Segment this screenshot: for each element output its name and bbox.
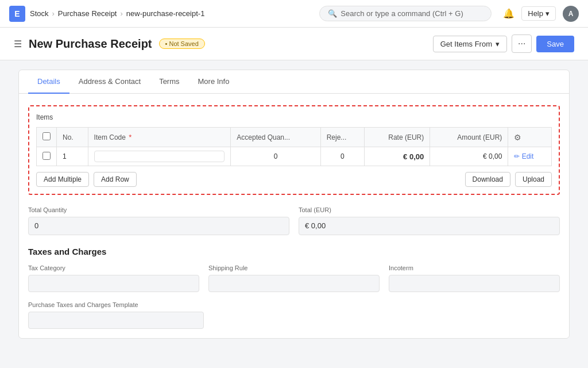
row-edit-cell: ✏ Edit <box>508 147 552 166</box>
col-no: No. <box>57 128 88 147</box>
get-items-label: Get Items From <box>440 40 492 48</box>
select-all-checkbox[interactable] <box>42 132 51 140</box>
tax-category-group: Tax Category <box>28 264 199 292</box>
app-logo: E <box>9 6 25 22</box>
items-table: No. Item Code * Accepted Quan... Reje...… <box>36 127 552 166</box>
row-number: 1 <box>57 147 88 166</box>
main-content: Details Address & Contact Terms More Inf… <box>0 60 588 368</box>
page-title: New Purchase Receipt <box>29 37 152 51</box>
tax-category-label: Tax Category <box>28 264 199 271</box>
form-body: Items No. Item Code * Accepted Quan... <box>19 94 569 329</box>
incoterm-group: Incoterm <box>389 264 560 292</box>
nav-right: 🔔 Help ▾ A <box>503 6 579 22</box>
add-multiple-button[interactable]: Add Multiple <box>36 172 89 187</box>
status-badge: • Not Saved <box>159 39 205 49</box>
col-accepted-qty: Accepted Quan... <box>231 128 320 147</box>
tax-category-input[interactable] <box>28 275 199 292</box>
chevron-down-icon: ▾ <box>546 9 550 18</box>
page-header: ☰ New Purchase Receipt • Not Saved Get I… <box>0 28 588 60</box>
help-button[interactable]: Help ▾ <box>521 6 556 21</box>
header-actions: Get Items From ▾ ··· Save <box>433 34 574 53</box>
total-quantity-label: Total Quantity <box>28 206 289 213</box>
breadcrumb-stock[interactable]: Stock <box>30 9 49 18</box>
tab-details[interactable]: Details <box>28 70 69 94</box>
row-rate: € 0,00 <box>365 147 430 166</box>
item-code-input[interactable] <box>94 151 225 162</box>
download-button[interactable]: Download <box>465 172 510 187</box>
row-item-code[interactable] <box>88 147 231 166</box>
total-quantity-group: Total Quantity 0 <box>28 206 289 235</box>
incoterm-label: Incoterm <box>389 264 560 271</box>
required-asterisk: * <box>129 133 131 141</box>
row-checkbox[interactable] <box>42 152 51 160</box>
tabs-bar: Details Address & Contact Terms More Inf… <box>19 70 569 94</box>
totals-row: Total Quantity 0 Total (EUR) € 0,00 <box>28 206 560 235</box>
more-options-button[interactable]: ··· <box>512 34 532 53</box>
upload-button[interactable]: Upload <box>515 172 552 187</box>
taxes-fields-row: Tax Category Shipping Rule Incoterm <box>28 264 560 292</box>
taxes-section: Taxes and Charges Tax Category Shipping … <box>28 247 560 329</box>
tab-terms[interactable]: Terms <box>150 70 188 94</box>
settings-icon[interactable]: ⚙ <box>514 133 521 142</box>
col-item-code: Item Code * <box>88 128 231 147</box>
bell-icon[interactable]: 🔔 <box>503 8 514 19</box>
row-rejected: 0 <box>320 147 365 166</box>
table-footer-actions: Download Upload <box>465 172 552 187</box>
breadcrumb-current: new-purchase-receipt-1 <box>126 9 205 18</box>
total-eur-group: Total (EUR) € 0,00 <box>299 206 560 235</box>
row-checkbox-cell <box>37 147 57 166</box>
purchase-taxes-input[interactable] <box>28 312 204 329</box>
search-placeholder: Search or type a command (Ctrl + G) <box>341 9 463 18</box>
row-accepted-qty: 0 <box>231 147 320 166</box>
incoterm-input[interactable] <box>389 275 560 292</box>
total-eur-value: € 0,00 <box>299 217 560 235</box>
top-nav: E Stock › Purchase Receipt › new-purchas… <box>0 0 588 28</box>
tab-more-info[interactable]: More Info <box>189 70 239 94</box>
shipping-rule-input[interactable] <box>208 275 380 292</box>
col-checkbox <box>37 128 57 147</box>
chevron-icon: ▾ <box>496 40 500 48</box>
tab-address-contact[interactable]: Address & Contact <box>69 70 150 94</box>
total-quantity-value: 0 <box>28 217 289 235</box>
search-icon: 🔍 <box>328 9 337 18</box>
items-label: Items <box>36 113 552 121</box>
purchase-taxes-group: Purchase Taxes and Charges Template <box>28 301 560 329</box>
search-bar[interactable]: 🔍 Search or type a command (Ctrl + G) <box>319 6 492 21</box>
purchase-taxes-label: Purchase Taxes and Charges Template <box>28 301 560 308</box>
row-amount: € 0,00 <box>430 147 508 166</box>
avatar[interactable]: A <box>563 6 579 22</box>
save-button[interactable]: Save <box>536 36 574 52</box>
breadcrumb-purchase-receipt[interactable]: Purchase Receipt <box>58 9 117 18</box>
col-rate: Rate (EUR) <box>365 128 430 147</box>
sep1: › <box>52 9 55 18</box>
shipping-rule-label: Shipping Rule <box>208 264 380 271</box>
edit-row-button[interactable]: ✏ Edit <box>514 152 533 160</box>
shipping-rule-group: Shipping Rule <box>208 264 380 292</box>
col-amount: Amount (EUR) <box>430 128 508 147</box>
table-row: 1 0 0 € 0,00 € 0,00 ✏ Edit <box>37 147 552 166</box>
col-rejected: Reje... <box>320 128 365 147</box>
row-actions: Add Multiple Add Row Download Upload <box>36 172 552 187</box>
taxes-section-title: Taxes and Charges <box>28 247 560 256</box>
breadcrumb: Stock › Purchase Receipt › new-purchase-… <box>30 9 204 18</box>
sep2: › <box>120 9 122 18</box>
hamburger-icon[interactable]: ☰ <box>14 39 22 49</box>
get-items-button[interactable]: Get Items From ▾ <box>433 36 507 52</box>
total-eur-label: Total (EUR) <box>299 206 560 213</box>
items-section: Items No. Item Code * Accepted Quan... <box>28 105 560 195</box>
col-settings: ⚙ <box>508 128 552 147</box>
form-card: Details Address & Contact Terms More Inf… <box>18 70 570 339</box>
add-row-button[interactable]: Add Row <box>94 172 137 187</box>
